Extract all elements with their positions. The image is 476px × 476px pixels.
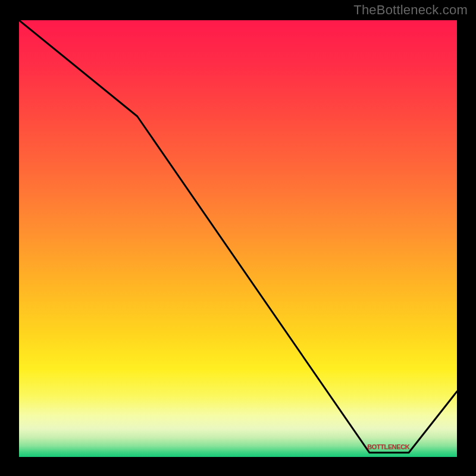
gradient-background — [19, 20, 457, 457]
chart-frame: TheBottleneck.com BOTTLENECK — [0, 0, 476, 476]
bottleneck-label: BOTTLENECK — [367, 443, 409, 450]
chart-svg — [19, 20, 457, 457]
watermark-text: TheBottleneck.com — [353, 2, 468, 18]
plot-area: BOTTLENECK — [19, 20, 457, 457]
